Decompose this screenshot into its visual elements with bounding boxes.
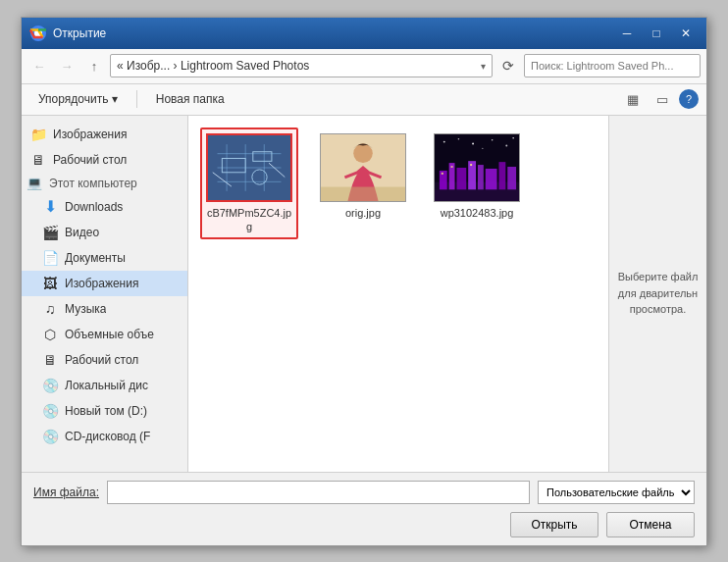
sidebar-item-new-volume[interactable]: 💿 Новый том (D:) [22,398,187,424]
svg-point-22 [472,142,474,144]
svg-rect-38 [470,164,472,166]
file-name-1: cB7fMPm5ZC4.jpg [206,206,292,234]
toolbar-separator [136,90,137,108]
svg-point-16 [353,143,373,163]
sidebar-item-images-top[interactable]: 📁 Изображения [22,122,187,147]
minimize-button[interactable]: ─ [614,24,640,43]
3d-icon: ⬡ [41,326,59,343]
help-button[interactable]: ? [679,89,699,109]
sidebar-item-3d[interactable]: ⬡ Объемные объе [22,322,187,347]
svg-point-20 [443,140,445,142]
preview-text: Выберите файл для дварительн просмотра. [617,269,699,318]
maximize-button[interactable]: □ [644,24,669,43]
close-button[interactable]: ✕ [673,24,699,43]
breadcrumb-text: « Изобр... › Lightroom Saved Photos [117,59,309,73]
sidebar-item-downloads[interactable]: ⬇ Downloads [22,194,187,220]
sidebar-item-this-pc[interactable]: 💻 Этот компьютер [22,173,187,194]
file-item-3[interactable]: wp3102483.jpg [428,128,526,240]
filename-input[interactable] [107,481,530,504]
volume-icon: 💿 [41,402,59,420]
video-icon: 🎬 [41,224,59,241]
new-folder-button[interactable]: Новая папка [147,87,234,111]
back-button[interactable]: ← [27,54,51,77]
svg-rect-17 [321,186,405,201]
file-thumb-2 [320,133,406,202]
refresh-button[interactable]: ⟳ [496,54,520,77]
open-button[interactable]: Открыть [510,512,598,537]
filename-row: Имя файла: Пользовательские файлы (*.jf [33,481,695,504]
desktop-icon: 🖥 [29,151,47,169]
computer-icon: 💻 [26,175,43,192]
disk-icon: 💿 [41,377,59,394]
file-thumb-3 [434,133,520,202]
desktop2-icon: 🖥 [41,351,59,369]
sidebar-item-desktop2[interactable]: 🖥 Рабочий стол [22,347,187,373]
dialog-title: Открытие [53,26,614,40]
svg-rect-35 [435,189,519,201]
bottom-bar: Имя файла: Пользовательские файлы (*.jf … [22,472,706,545]
sidebar-item-desktop-top[interactable]: 🖥 Рабочий стол [22,147,187,173]
download-icon: ⬇ [41,198,59,216]
toolbar-right: ▦ ▭ ? [620,87,699,111]
cd-icon: 💿 [41,428,59,445]
documents-icon: 📄 [41,249,59,267]
search-input[interactable] [524,54,701,77]
svg-point-25 [512,136,514,138]
svg-rect-33 [498,162,505,189]
file-item-2[interactable]: orig.jpg [314,128,412,240]
svg-rect-37 [451,166,453,168]
music-icon: ♫ [41,300,59,318]
titlebar: Открытие ─ □ ✕ [22,18,706,49]
view-button[interactable]: ▦ [620,87,646,111]
up-button[interactable]: ↑ [82,54,106,77]
sidebar-item-local-disk[interactable]: 💿 Локальный дис [22,373,187,398]
sidebar-item-music[interactable]: ♫ Музыка [22,296,187,322]
svg-point-21 [458,137,460,139]
svg-rect-19 [435,133,519,181]
svg-rect-32 [486,168,497,189]
folder-icon: 📁 [29,126,47,143]
images-icon: 🖼 [41,275,59,292]
svg-rect-31 [478,165,484,189]
sidebar-item-cd-drive[interactable]: 💿 CD-дисковод (F [22,424,187,449]
open-dialog: Открытие ─ □ ✕ ← → ↑ « Изобр... › Lightr… [21,17,707,546]
action-row: Открыть Отмена [33,512,695,537]
cancel-button[interactable]: Отмена [606,512,695,537]
svg-rect-36 [442,172,443,174]
file-grid: cB7fMPm5ZC4.jpg [188,116,608,472]
breadcrumb-arrow: ▾ [481,61,486,72]
addressbar: ← → ↑ « Изобр... › Lightroom Saved Photo… [22,49,706,84]
preview-panel: Выберите файл для дварительн просмотра. [608,116,706,472]
svg-rect-27 [440,170,447,189]
file-item-1[interactable]: cB7fMPm5ZC4.jpg [200,128,298,240]
svg-point-26 [482,147,483,148]
svg-point-23 [492,138,494,140]
toolbar: Упорядочить ▾ Новая папка ▦ ▭ ? [22,84,706,116]
file-area: cB7fMPm5ZC4.jpg [188,116,608,472]
view2-button[interactable]: ▭ [650,87,675,111]
filetype-select[interactable]: Пользовательские файлы (*.jf [538,481,695,504]
sidebar-item-documents[interactable]: 📄 Документы [22,245,187,271]
window-controls: ─ □ ✕ [614,24,699,43]
svg-point-24 [505,144,507,146]
organize-button[interactable]: Упорядочить ▾ [29,87,127,111]
svg-rect-34 [507,167,516,189]
forward-button[interactable]: → [55,54,78,77]
filename-label: Имя файла: [33,485,99,499]
sidebar-item-video[interactable]: 🎬 Видео [22,220,187,245]
svg-rect-30 [468,161,476,189]
chrome-icon [29,25,47,42]
file-thumb-1 [206,133,292,202]
sidebar: 📁 Изображения 🖥 Рабочий стол 💻 Этот комп… [22,116,188,472]
file-name-3: wp3102483.jpg [441,206,514,220]
file-name-2: orig.jpg [345,206,381,220]
breadcrumb[interactable]: « Изобр... › Lightroom Saved Photos ▾ [110,54,493,77]
svg-rect-29 [456,168,466,189]
main-content: 📁 Изображения 🖥 Рабочий стол 💻 Этот комп… [22,116,706,472]
sidebar-item-images[interactable]: 🖼 Изображения [22,271,187,296]
